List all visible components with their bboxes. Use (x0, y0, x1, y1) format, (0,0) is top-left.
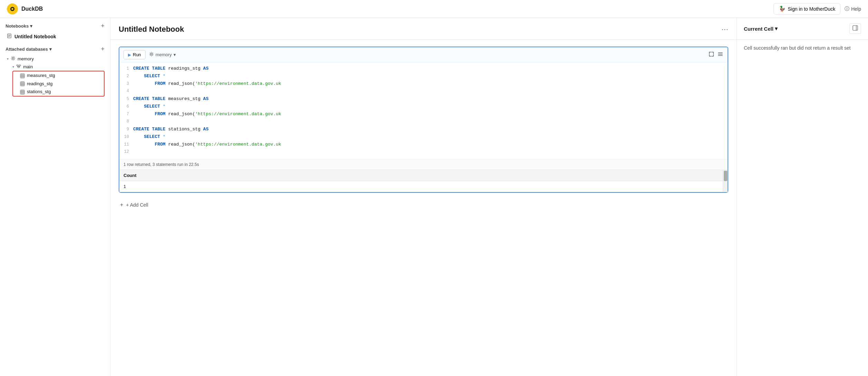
databases-section-title[interactable]: Attached databases ▾ (6, 47, 52, 52)
run-button[interactable]: ▶ Run (124, 50, 146, 59)
result-status-bar: 1 row returned, 3 statements run in 22.5… (119, 159, 728, 170)
table-icon (20, 73, 25, 78)
topbar-left: DuckDB (7, 3, 43, 14)
svg-rect-10 (18, 67, 20, 68)
notebook-icon (7, 33, 12, 39)
scrollbar-thumb[interactable] (724, 171, 727, 181)
svg-rect-34 (853, 26, 858, 30)
line-number: 8 (119, 118, 133, 125)
line-number: 1 (119, 66, 133, 72)
result-table: Count 1 (119, 170, 723, 192)
line-number: 11 (119, 141, 133, 148)
line-number: 6 (119, 103, 133, 110)
topbar: DuckDB 🦆 Sign in to MotherDuck ⓘ Help (0, 0, 868, 18)
center-panel: Untitled Notebook ⋯ ▶ Run (110, 18, 737, 376)
table-item-stations[interactable]: stations_stg (19, 88, 104, 96)
result-status-text: 1 row returned, 3 statements run in 22.5… (124, 162, 199, 167)
line-content: SELECT * (133, 73, 728, 80)
right-panel-title-text: Current Cell (744, 26, 773, 32)
notebook-title: Untitled Notebook (119, 25, 184, 34)
result-col-header: Count (119, 170, 723, 181)
table-item-measures[interactable]: measures_stg (19, 71, 104, 80)
add-notebook-button[interactable]: + (101, 23, 105, 29)
add-database-button[interactable]: + (101, 46, 105, 52)
panel-toggle-button[interactable] (849, 23, 861, 34)
sign-in-button[interactable]: 🦆 Sign in to MotherDuck (773, 3, 840, 14)
notebooks-section-header: Notebooks ▾ + (6, 23, 105, 29)
notebooks-label: Notebooks (6, 23, 29, 29)
memory-button[interactable]: memory ▾ (149, 52, 176, 58)
line-number: 7 (119, 111, 133, 118)
table-row: 1 (119, 181, 723, 192)
db-children: ▾ main (6, 63, 105, 97)
add-cell-button[interactable]: + + Add Cell (119, 198, 728, 211)
tree-item-memory[interactable]: ▾ memory (6, 55, 105, 63)
code-line: 7 FROM read_json('https://environment.da… (119, 111, 728, 118)
cell-toolbar-left: ▶ Run memory ▾ (124, 50, 176, 59)
play-icon: ▶ (128, 52, 131, 57)
memory-chevron-icon: ▾ (174, 52, 176, 57)
line-content: CREATE TABLE readings_stg AS (133, 65, 728, 72)
chevron-down-icon: ▾ (12, 65, 14, 69)
line-content: SELECT * (133, 103, 728, 110)
tree-item-main[interactable]: ▾ main (11, 63, 105, 71)
sign-in-label: Sign in to MotherDuck (788, 6, 835, 12)
notebooks-chevron-icon: ▾ (30, 23, 32, 29)
app-title: DuckDB (21, 6, 43, 12)
databases-section: Attached databases ▾ + ▾ memory ▾ (0, 43, 110, 99)
help-label: Help (851, 6, 861, 12)
tables-section: measures_stg readings_stg (12, 71, 105, 97)
help-circle-icon: ⓘ (845, 6, 849, 12)
line-number: 3 (119, 81, 133, 87)
line-content: CREATE TABLE stations_stg AS (133, 126, 728, 133)
line-number: 5 (119, 96, 133, 102)
svg-rect-25 (20, 90, 24, 94)
schema-icon (16, 64, 21, 70)
line-number: 2 (119, 73, 133, 80)
svg-rect-20 (20, 82, 24, 86)
line-content: SELECT * (133, 133, 728, 141)
plus-icon: + (120, 202, 123, 208)
notebooks-section-title[interactable]: Notebooks ▾ (6, 23, 32, 29)
code-line: 1 CREATE TABLE readings_stg AS (119, 65, 728, 73)
code-line: 4 (119, 88, 728, 96)
cell-menu-button[interactable] (717, 51, 723, 59)
line-content: CREATE TABLE measures_stg AS (133, 96, 728, 103)
notebook-menu-button[interactable]: ⋯ (721, 25, 728, 33)
notebook-header: Untitled Notebook ⋯ (110, 18, 737, 40)
table-item-readings[interactable]: readings_stg (19, 80, 104, 88)
code-editor[interactable]: 1 CREATE TABLE readings_stg AS 2 SELECT … (119, 62, 728, 159)
right-panel: Current Cell ▾ Cell successfully ran but… (737, 18, 868, 376)
result-table-container: Count 1 (119, 170, 728, 192)
cell-toolbar: ▶ Run memory ▾ (119, 47, 728, 62)
notebook-item[interactable]: Untitled Notebook (6, 32, 105, 41)
databases-section-header: Attached databases ▾ + (6, 46, 105, 52)
code-line: 9 CREATE TABLE stations_stg AS (119, 126, 728, 133)
line-number: 10 (119, 134, 133, 140)
cell-container: ▶ Run memory ▾ (119, 47, 728, 193)
code-line: 12 (119, 149, 728, 156)
right-panel-title[interactable]: Current Cell ▾ (744, 26, 778, 32)
help-button[interactable]: ⓘ Help (845, 6, 861, 12)
cell-toolbar-right (708, 51, 723, 59)
code-line: 8 (119, 118, 728, 126)
line-content: FROM read_json('https://environment.data… (133, 111, 728, 118)
notebooks-section: Notebooks ▾ + Untitled Notebook (0, 18, 110, 43)
add-cell-label: + Add Cell (126, 202, 148, 208)
line-number: 9 (119, 126, 133, 133)
schema-name: main (23, 64, 33, 69)
right-panel-header: Current Cell ▾ (737, 18, 868, 40)
db-name: memory (18, 56, 34, 61)
expand-button[interactable] (708, 51, 714, 59)
svg-rect-8 (17, 65, 18, 66)
line-content: FROM read_json('https://environment.data… (133, 80, 728, 88)
svg-point-2 (11, 8, 13, 10)
code-line: 6 SELECT * (119, 103, 728, 111)
cell-status-text: Cell successfully ran but did not return… (744, 45, 851, 51)
sidebar: Notebooks ▾ + Untitled Notebook (0, 18, 110, 376)
code-line: 11 FROM read_json('https://environment.d… (119, 141, 728, 149)
topbar-right: 🦆 Sign in to MotherDuck ⓘ Help (773, 3, 861, 14)
code-line: 5 CREATE TABLE measures_stg AS (119, 96, 728, 103)
table-icon (20, 89, 25, 95)
table-name-stations: stations_stg (27, 89, 51, 94)
